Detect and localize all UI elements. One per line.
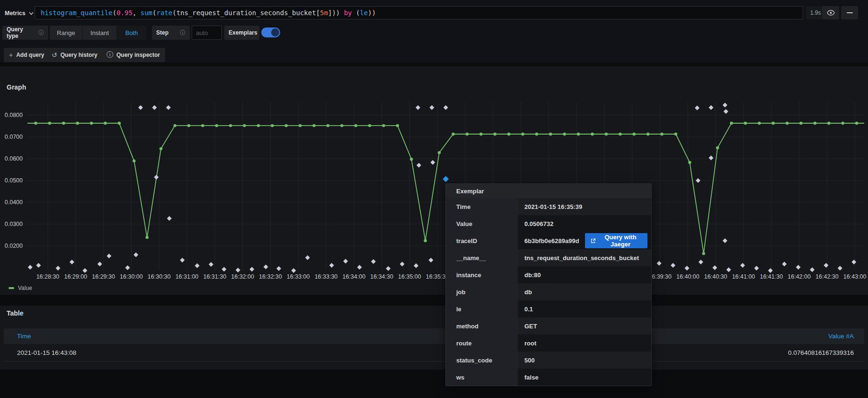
table-cell-value: 0.07640816167339316 [788, 349, 854, 356]
exemplar-tooltip-row: __name__tns_request_duration_seconds_buc… [446, 249, 651, 266]
exemplar-marker[interactable] [357, 265, 362, 270]
query-inspector-button[interactable]: ⓘ Query inspector [101, 48, 165, 62]
exemplar-field-value: 2021-01-15 16:35:39 [524, 203, 582, 210]
exemplar-marker[interactable] [152, 105, 157, 110]
exemplar-marker[interactable] [154, 175, 159, 180]
series-point [340, 124, 343, 127]
toggle-knob [271, 28, 279, 36]
exemplar-marker[interactable] [276, 266, 281, 271]
exemplar-marker[interactable] [768, 268, 773, 273]
exemplar-marker[interactable] [851, 260, 856, 264]
exemplar-marker[interactable] [724, 109, 728, 114]
exemplar-marker[interactable] [754, 266, 759, 271]
exemplar-marker[interactable] [709, 155, 713, 160]
history-icon: ↺ [52, 51, 57, 59]
collapse-query-row-button[interactable] [841, 6, 858, 19]
table-header-value[interactable]: Value #A [828, 333, 854, 340]
exemplar-marker[interactable] [167, 216, 172, 221]
exemplar-marker[interactable] [264, 264, 268, 269]
exemplar-marker[interactable] [209, 262, 213, 267]
query-input[interactable]: histogram_quantile(0.95, sum(rate(tns_re… [35, 6, 803, 19]
exemplar-marker[interactable] [180, 258, 185, 262]
exemplar-marker[interactable] [684, 266, 689, 271]
exemplar-marker[interactable] [343, 259, 348, 263]
query-token: rate [156, 9, 172, 17]
exemplar-marker[interactable] [726, 267, 731, 272]
exemplar-marker[interactable] [657, 261, 662, 266]
add-query-label: Add query [16, 52, 44, 58]
exemplar-marker[interactable] [824, 263, 828, 268]
info-icon[interactable]: ⓘ [180, 29, 186, 37]
exemplars-toggle[interactable] [261, 27, 280, 37]
exemplar-marker[interactable] [709, 105, 713, 110]
exemplar-marker[interactable] [416, 163, 421, 168]
exemplar-marker[interactable] [416, 105, 420, 110]
exemplar-marker[interactable] [796, 265, 801, 270]
exemplar-marker[interactable] [429, 105, 434, 110]
exemplar-marker[interactable] [28, 265, 33, 270]
add-query-button[interactable]: + Add query [4, 48, 50, 62]
exemplar-marker[interactable] [443, 105, 448, 110]
exemplar-marker[interactable] [414, 263, 418, 268]
query-type-range[interactable]: Range [50, 26, 83, 40]
series-point [159, 147, 162, 150]
series-point [187, 124, 190, 127]
step-input[interactable] [192, 26, 222, 40]
exemplar-field-label: __name__ [446, 249, 518, 266]
exemplar-field-value-cell: db:80 [518, 266, 651, 283]
exemplar-marker[interactable] [305, 255, 310, 260]
exemplar-marker[interactable] [329, 263, 334, 268]
datasource-picker[interactable]: Metrics [5, 7, 34, 20]
exemplar-marker[interactable] [36, 263, 41, 268]
exemplar-marker[interactable] [430, 160, 435, 165]
series-legend[interactable]: Value [9, 285, 32, 291]
exemplar-field-value: 0.1 [524, 306, 533, 313]
info-icon[interactable]: ⓘ [38, 29, 44, 37]
exemplar-marker[interactable] [82, 268, 87, 273]
exemplar-marker[interactable] [723, 238, 727, 243]
exemplar-marker[interactable] [221, 267, 226, 271]
exemplar-marker[interactable] [195, 263, 200, 268]
exemplar-marker[interactable] [70, 260, 74, 264]
exemplar-marker[interactable] [810, 267, 815, 272]
exemplar-marker[interactable] [400, 262, 405, 266]
query-history-button[interactable]: ↺ Query history [46, 48, 103, 62]
exemplar-marker[interactable] [133, 253, 138, 257]
exemplar-marker[interactable] [386, 266, 390, 271]
time-series-chart[interactable]: 0.08000.07000.06000.05000.04000.03000.02… [0, 66, 868, 295]
exemplar-marker[interactable] [712, 265, 717, 270]
exemplar-marker[interactable] [695, 106, 700, 110]
exemplar-marker-selected[interactable] [443, 176, 449, 182]
exemplar-marker[interactable] [249, 267, 254, 271]
exemplar-marker[interactable] [428, 258, 433, 262]
exemplar-marker[interactable] [138, 105, 143, 110]
query-type-instant[interactable]: Instant [83, 26, 117, 40]
table-row[interactable]: 2021-01-15 16:43:08 0.07640816167339316 [4, 344, 864, 362]
exemplar-marker[interactable] [291, 268, 296, 273]
series-point [479, 133, 482, 136]
series-legend-label: Value [18, 285, 32, 291]
query-type-both[interactable]: Both [117, 26, 146, 40]
chevron-down-icon [29, 12, 34, 15]
exemplar-marker[interactable] [236, 268, 240, 272]
exemplar-field-value: false [524, 374, 539, 381]
exemplar-marker[interactable] [723, 103, 727, 108]
exemplar-marker[interactable] [696, 178, 700, 183]
show-query-button[interactable] [822, 6, 839, 19]
exemplar-tooltip-row: le0.1 [446, 300, 651, 317]
exemplar-marker[interactable] [838, 266, 842, 271]
exemplar-marker[interactable] [166, 105, 171, 110]
exemplar-marker[interactable] [106, 253, 111, 258]
exemplar-marker[interactable] [97, 262, 102, 266]
exemplar-marker[interactable] [125, 265, 130, 270]
x-axis-tick-label: 16:39:30 [648, 273, 672, 280]
query-token: le [360, 9, 368, 17]
exemplar-marker[interactable] [699, 260, 703, 264]
exemplar-marker[interactable] [371, 259, 376, 264]
table-header-time[interactable]: Time [17, 333, 31, 340]
exemplar-marker[interactable] [56, 266, 61, 271]
query-with-jaeger-button[interactable]: Query with Jaeger [585, 233, 647, 248]
exemplar-marker[interactable] [740, 263, 745, 268]
exemplar-marker[interactable] [671, 263, 675, 268]
exemplar-marker[interactable] [782, 262, 787, 266]
